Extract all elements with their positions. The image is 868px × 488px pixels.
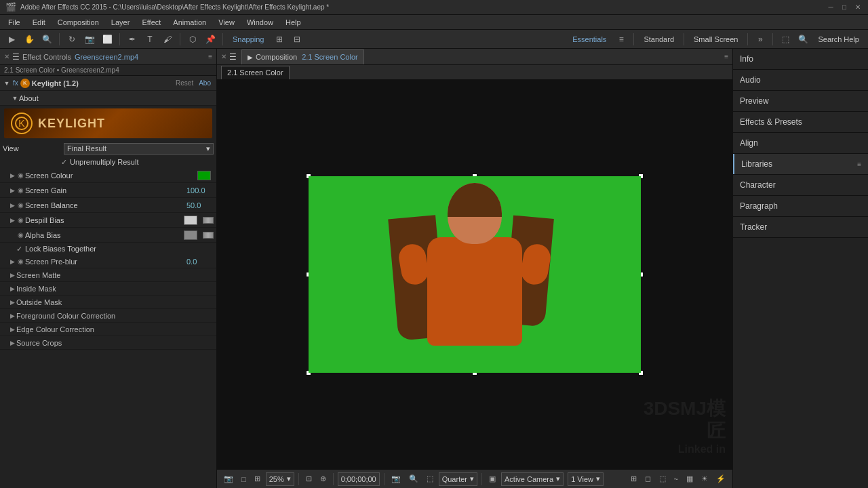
preview-header[interactable]: Preview [733,91,868,111]
brush-tool[interactable]: 🖌 [160,32,175,47]
pen-tool[interactable]: ✒ [125,32,140,47]
audio-header[interactable]: Audio [733,70,868,90]
panel-menu-icon[interactable]: ≡ [208,53,212,60]
zoom-dropdown[interactable]: 25% ▾ [266,472,294,486]
edge-colour-toggle[interactable]: ▶ [8,325,16,333]
outside-mask-row[interactable]: ▶ Outside Mask [0,296,216,309]
alpha-bias-swatch[interactable] [184,230,197,240]
comp-menu-icon[interactable]: ≡ [724,53,728,60]
puppet-tool[interactable]: 📌 [203,32,218,47]
grid-icon[interactable]: ⊟ [290,32,304,47]
keylight-toggle[interactable]: ▼ [3,79,11,87]
snapping-icon[interactable]: ⊞ [272,32,287,47]
timecode-display[interactable]: 0;00;00;00 [338,472,380,486]
about-button[interactable]: Abo [196,79,214,87]
menu-window[interactable]: Window [241,17,279,28]
snapping-toggle[interactable]: Snapping [228,33,269,45]
comp-name-active-tab[interactable]: 2.1 Screen Color [221,66,290,79]
despill-bias-slider[interactable] [203,217,214,224]
snapshot-button[interactable]: 📷 [221,472,236,486]
screen-balance-value[interactable]: 50.0 [186,201,214,209]
camera-dropdown[interactable]: Active Camera ▾ [501,472,564,486]
standard-btn[interactable]: Standard [639,33,679,45]
frame-blending-btn[interactable]: ▦ [684,472,696,486]
outside-mask-toggle[interactable]: ▶ [8,298,16,306]
menu-animation[interactable]: Animation [167,17,212,28]
info-header[interactable]: Info [733,49,868,69]
text-tool[interactable]: T [142,32,157,47]
essentials-btn[interactable]: Essentials [568,33,611,45]
libraries-header[interactable]: Libraries ≡ [733,154,868,174]
view-dropdown[interactable]: Final Result ▾ [64,143,214,155]
inside-mask-row[interactable]: ▶ Inside Mask [0,282,216,296]
screen-matte-toggle[interactable]: ▶ [8,271,16,279]
essentials-menu-icon[interactable]: ≡ [614,32,629,47]
alpha-bias-slider[interactable] [203,232,214,239]
menu-view[interactable]: View [213,17,240,28]
selection-tool[interactable]: ▶ [4,32,19,47]
quality-dropdown[interactable]: Quarter ▾ [439,472,477,486]
character-header[interactable]: Character [733,175,868,195]
expand-icon[interactable]: » [753,32,768,47]
shape-tool[interactable]: ⬡ [185,32,200,47]
show-snapshot-button[interactable]: □ [239,472,249,486]
screen-gain-value[interactable]: 100.0 [186,186,214,195]
search-icon[interactable]: 🔍 [795,32,810,47]
reset-button[interactable]: Reset [173,79,196,87]
fg-colour-toggle[interactable]: ▶ [8,312,16,320]
camera-icon[interactable]: 📷 [389,472,403,486]
effects-presets-header[interactable]: Effects & Presets [733,112,868,132]
view-options-btn[interactable]: ▣ [486,472,498,486]
menu-file[interactable]: File [3,17,26,28]
zoom-tool[interactable]: 🔍 [39,32,54,47]
menu-help[interactable]: Help [280,17,307,28]
checkerboard-button[interactable]: ⊞ [252,472,263,486]
screen-preblur-value[interactable]: 0.0 [186,258,214,266]
screen-colour-toggle[interactable]: ▶ [8,171,16,180]
pixel-aspect-btn[interactable]: ⬚ [656,472,669,486]
close-button[interactable]: ✕ [853,3,863,12]
source-crops-toggle[interactable]: ▶ [8,339,16,347]
paragraph-header[interactable]: Paragraph [733,196,868,216]
despill-bias-swatch[interactable] [184,216,197,225]
align-header[interactable]: Align [733,133,868,153]
overlay-button[interactable]: ⬚ [424,472,436,486]
minimize-button[interactable]: ─ [826,3,835,12]
workspace-icon[interactable]: ⬚ [778,32,793,47]
menu-effect[interactable]: Effect [136,17,166,28]
fg-colour-correction-row[interactable]: ▶ Foreground Colour Correction [0,309,216,323]
menu-edit[interactable]: Edit [27,17,51,28]
source-crops-row[interactable]: ▶ Source Crops [0,336,216,350]
small-screen-btn[interactable]: Small Screen [689,33,743,45]
motion-blur-btn[interactable]: ~ [671,472,681,486]
screen-matte-row[interactable]: ▶ Screen Matte [0,268,216,282]
fit-button[interactable]: ⊡ [303,472,315,486]
screen-balance-toggle[interactable]: ▶ [8,201,16,209]
fast-preview-btn[interactable]: ⚡ [713,472,728,486]
rotation-tool[interactable]: ↻ [64,32,79,47]
magnify-button[interactable]: ⊕ [317,472,329,486]
composition-viewer[interactable]: 3DSMJ模 匠 Linked in [217,80,732,469]
screen-colour-swatch[interactable] [197,171,211,180]
screen-gain-toggle[interactable]: ▶ [8,186,16,195]
layer-tool[interactable]: ⬜ [100,32,115,47]
tracker-header[interactable]: Tracker [733,217,868,237]
maximize-button[interactable]: □ [840,3,849,12]
menu-composition[interactable]: Composition [52,17,104,28]
screen-preblur-toggle[interactable]: ▶ [8,258,16,266]
comp-panel-close[interactable]: ✕ [221,53,226,60]
menu-layer[interactable]: Layer [106,17,136,28]
search-help-btn[interactable]: Search Help [813,33,864,45]
composition-tab[interactable]: ▶ Composition 2.1 Screen Color [241,49,364,64]
libraries-menu-icon[interactable]: ≡ [857,161,861,168]
color-pick-button[interactable]: 🔍 [406,472,421,486]
exposure-btn[interactable]: ☀ [698,472,711,486]
screen-preblur-row[interactable]: ▶ ◉ Screen Pre-blur 0.0 [0,255,216,268]
camera-tool[interactable]: 📷 [82,32,97,47]
panel-close-btn[interactable]: ✕ [4,53,9,60]
transparency-btn[interactable]: ◻ [642,472,654,486]
edge-colour-correction-row[interactable]: ▶ Edge Colour Correction [0,323,216,336]
despill-bias-toggle[interactable]: ▶ [8,216,16,224]
view-dropdown[interactable]: 1 View ▾ [568,472,604,486]
about-toggle[interactable]: ▼ [11,94,19,102]
